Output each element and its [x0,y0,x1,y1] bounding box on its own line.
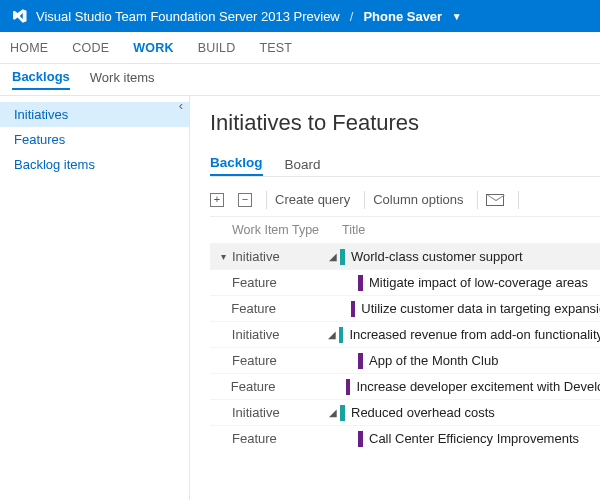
toolbar-divider [518,191,519,209]
table-row[interactable]: FeatureCall Center Efficiency Improvemen… [210,425,600,451]
tab-backlog-view[interactable]: Backlog [210,155,263,176]
sidebar-item-backlog-items[interactable]: Backlog items [0,152,189,177]
app-header: Visual Studio Team Foundation Server 201… [0,0,600,32]
chevron-down-icon: ▼ [452,11,462,22]
collapse-all-button[interactable]: − [238,193,252,207]
initiative-color-bar [340,249,345,265]
tree-toggle-icon[interactable]: ◢ [326,251,340,262]
work-item-type: Initiative [230,327,325,342]
breadcrumb-separator: / [350,9,354,24]
product-name: Visual Studio Team Foundation Server 201… [36,9,340,24]
col-header-type[interactable]: Work Item Type [232,223,342,237]
sidebar-item-initiatives[interactable]: Initiatives [0,102,189,127]
feature-color-bar [358,275,363,291]
work-item-type: Feature [229,379,317,394]
project-name: Phone Saver [363,9,442,24]
work-item-type: Feature [230,431,326,446]
work-item-title[interactable]: Call Center Efficiency Improvements [369,431,579,446]
feature-color-bar [358,431,363,447]
tab-backlogs[interactable]: Backlogs [12,69,70,90]
grid-body: ▾Initiative◢World-class customer support… [210,243,600,451]
sidebar-collapse-icon[interactable]: ‹ [179,98,183,113]
tab-board-view[interactable]: Board [285,157,321,176]
work-item-title[interactable]: Increased revenue from add-on functional… [349,327,600,342]
tab-code[interactable]: CODE [72,41,109,55]
work-item-title[interactable]: Utilize customer data in targeting expan… [361,301,600,316]
toolbar-divider [266,191,267,209]
tab-work[interactable]: WORK [133,41,173,55]
tree-toggle-icon[interactable]: ◢ [325,329,339,340]
grid-header: Work Item Type Title [210,216,600,243]
initiative-color-bar [340,405,345,421]
work-item-type: Feature [230,353,326,368]
tab-home[interactable]: HOME [10,41,48,55]
work-item-title[interactable]: Reduced overhead costs [351,405,495,420]
tree-toggle-icon[interactable]: ◢ [326,407,340,418]
toolbar-divider [477,191,478,209]
visual-studio-icon [10,7,28,25]
table-row[interactable]: FeatureUtilize customer data in targetin… [210,295,600,321]
work-item-type: Initiative [230,249,326,264]
work-item-type: Feature [230,275,326,290]
nav-primary: HOME CODE WORK BUILD TEST [0,32,600,64]
table-row[interactable]: Initiative◢Increased revenue from add-on… [210,321,600,347]
toolbar-divider [364,191,365,209]
initiative-color-bar [339,327,344,343]
page-title: Initiatives to Features [210,110,600,136]
row-expand-icon[interactable]: ▾ [216,251,230,262]
create-query-button[interactable]: Create query [275,192,350,207]
col-header-title[interactable]: Title [342,223,600,237]
work-item-title[interactable]: World-class customer support [351,249,523,264]
email-button[interactable] [486,194,504,206]
feature-color-bar [346,379,351,395]
feature-color-bar [358,353,363,369]
work-item-title[interactable]: Increase developer excitement with Devel… [356,379,600,394]
column-options-button[interactable]: Column options [373,192,463,207]
project-picker[interactable]: Phone Saver ▼ [363,9,461,24]
main: Initiatives to Features Backlog Board + … [190,96,600,500]
feature-color-bar [351,301,356,317]
view-tabs: Backlog Board [210,150,600,176]
tab-work-items[interactable]: Work items [90,70,155,89]
nav-secondary: Backlogs Work items [0,64,600,96]
work-item-title[interactable]: App of the Month Club [369,353,498,368]
table-row[interactable]: FeatureMitigate impact of low-coverage a… [210,269,600,295]
table-row[interactable]: FeatureApp of the Month Club [210,347,600,373]
body: ‹ Initiatives Features Backlog items Ini… [0,96,600,500]
toolbar: + − Create query Column options [210,176,600,216]
table-row[interactable]: ▾Initiative◢World-class customer support [210,243,600,269]
work-item-type: Initiative [230,405,326,420]
add-item-button[interactable]: + [210,193,224,207]
sidebar: ‹ Initiatives Features Backlog items [0,96,190,500]
tab-build[interactable]: BUILD [198,41,236,55]
work-item-type: Feature [229,301,320,316]
work-item-title[interactable]: Mitigate impact of low-coverage areas [369,275,588,290]
mail-icon [486,194,504,206]
minus-icon: − [238,193,252,207]
plus-icon: + [210,193,224,207]
table-row[interactable]: FeatureIncrease developer excitement wit… [210,373,600,399]
sidebar-item-features[interactable]: Features [0,127,189,152]
tab-test[interactable]: TEST [259,41,292,55]
table-row[interactable]: Initiative◢Reduced overhead costs [210,399,600,425]
